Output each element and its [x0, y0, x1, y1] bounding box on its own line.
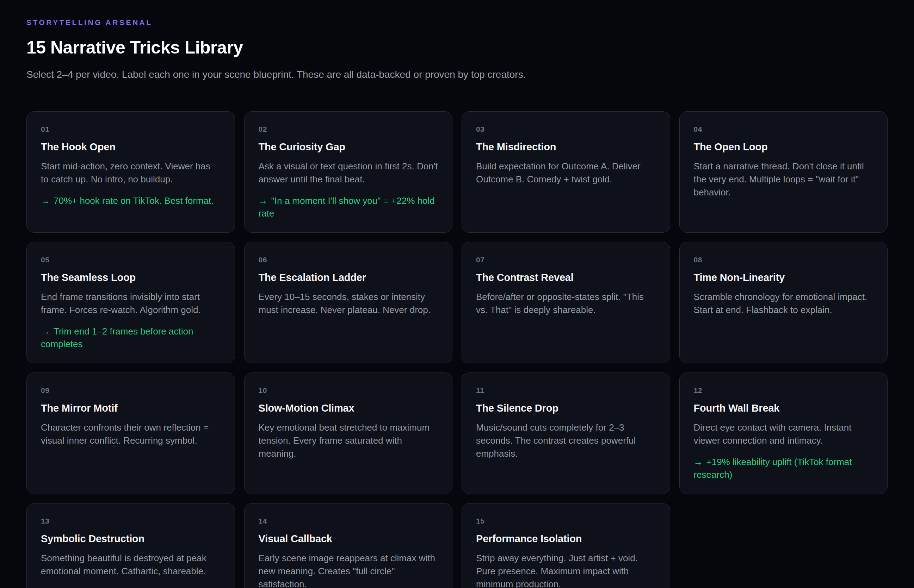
card-number: 14	[259, 517, 438, 525]
card-description: Start mid-action, zero context. Viewer h…	[41, 160, 220, 186]
card-note-text: Trim end 1–2 frames before action comple…	[41, 326, 193, 349]
page-header: STORYTELLING ARSENAL 15 Narrative Tricks…	[26, 18, 888, 83]
card-description: Ask a visual or text question in first 2…	[259, 160, 438, 186]
trick-card: 09 The Mirror Motif Character confronts …	[26, 373, 235, 494]
card-description: Direct eye contact with camera. Instant …	[694, 421, 873, 447]
trick-card: 03 The Misdirection Build expectation fo…	[462, 111, 670, 233]
card-note: →Trim end 1–2 frames before action compl…	[41, 325, 220, 351]
card-description: Key emotional beat stretched to maximum …	[259, 421, 438, 460]
card-description: Scramble chronology for emotional impact…	[694, 291, 873, 317]
card-number: 05	[41, 255, 220, 264]
card-title: The Hook Open	[41, 141, 220, 153]
card-title: The Misdirection	[476, 141, 656, 153]
page-title: 15 Narrative Tricks Library	[26, 37, 888, 58]
card-description: Strip away everything. Just artist + voi…	[476, 552, 656, 588]
card-description: End frame transitions invisibly into sta…	[41, 291, 220, 317]
card-note-text: +19% likeability uplift (TikTok format r…	[694, 457, 852, 480]
page-root: { "page": { "eyebrow": "STORYTELLING ARS…	[0, 0, 914, 588]
card-number: 10	[259, 386, 438, 395]
trick-card: 07 The Contrast Reveal Before/after or o…	[462, 242, 670, 363]
card-number: 13	[41, 517, 220, 525]
card-description: Early scene image reappears at climax wi…	[259, 552, 438, 588]
card-note: →"In a moment I'll show you" = +22% hold…	[259, 194, 438, 220]
card-note-text: "In a moment I'll show you" = +22% hold …	[259, 195, 435, 219]
trick-card: 13 Symbolic Destruction Something beauti…	[26, 503, 235, 588]
trick-card: 04 The Open Loop Start a narrative threa…	[679, 111, 888, 233]
card-number: 07	[476, 255, 656, 264]
trick-card: 08 Time Non-Linearity Scramble chronolog…	[679, 242, 888, 363]
card-title: The Escalation Ladder	[259, 272, 438, 283]
trick-card: 15 Performance Isolation Strip away ever…	[462, 503, 670, 588]
card-number: 08	[694, 255, 873, 264]
trick-card: 12 Fourth Wall Break Direct eye contact …	[679, 373, 888, 494]
card-note: →70%+ hook rate on TikTok. Best format.	[41, 194, 220, 207]
trick-card: 01 The Hook Open Start mid-action, zero …	[26, 111, 235, 233]
trick-card: 05 The Seamless Loop End frame transitio…	[26, 242, 235, 363]
card-title: The Contrast Reveal	[476, 272, 656, 283]
card-description: Start a narrative thread. Don't close it…	[694, 160, 873, 199]
trick-card: 10 Slow-Motion Climax Key emotional beat…	[244, 373, 453, 494]
arrow-right-icon: →	[41, 195, 50, 206]
card-title: The Mirror Motif	[41, 402, 220, 414]
trick-card: 02 The Curiosity Gap Ask a visual or tex…	[244, 111, 453, 233]
card-number: 15	[476, 517, 656, 525]
card-description: Build expectation for Outcome A. Deliver…	[476, 160, 656, 186]
card-number: 04	[694, 125, 873, 133]
card-title: Performance Isolation	[476, 533, 656, 545]
card-description: Character confronts their own reflection…	[41, 421, 220, 447]
card-number: 09	[41, 386, 220, 395]
card-title: The Seamless Loop	[41, 272, 220, 283]
card-number: 03	[476, 125, 656, 133]
card-description: Every 10–15 seconds, stakes or intensity…	[259, 291, 438, 317]
card-title: Fourth Wall Break	[694, 402, 873, 414]
card-note: →+19% likeability uplift (TikTok format …	[694, 456, 873, 481]
arrow-right-icon: →	[41, 326, 50, 337]
card-number: 11	[476, 386, 656, 395]
trick-card: 06 The Escalation Ladder Every 10–15 sec…	[244, 242, 453, 363]
card-title: Slow-Motion Climax	[259, 402, 438, 414]
card-description: Before/after or opposite-states split. "…	[476, 291, 656, 317]
card-number: 01	[41, 125, 220, 133]
card-title: Visual Callback	[259, 533, 438, 545]
card-title: The Silence Drop	[476, 402, 656, 414]
card-description: Music/sound cuts completely for 2–3 seco…	[476, 421, 656, 460]
card-description: Something beautiful is destroyed at peak…	[41, 552, 220, 578]
card-number: 12	[694, 386, 873, 395]
arrow-right-icon: →	[694, 457, 703, 467]
card-title: The Open Loop	[694, 141, 873, 153]
card-number: 02	[259, 125, 438, 133]
card-title: The Curiosity Gap	[259, 141, 438, 153]
trick-card: 14 Visual Callback Early scene image rea…	[244, 503, 453, 588]
card-title: Time Non-Linearity	[694, 272, 873, 283]
card-note-text: 70%+ hook rate on TikTok. Best format.	[53, 195, 214, 206]
cards-grid: 01 The Hook Open Start mid-action, zero …	[26, 111, 888, 588]
card-title: Symbolic Destruction	[41, 533, 220, 545]
page-subtitle: Select 2–4 per video. Label each one in …	[26, 66, 527, 83]
card-number: 06	[259, 255, 438, 264]
trick-card: 11 The Silence Drop Music/sound cuts com…	[462, 373, 670, 494]
eyebrow-label: STORYTELLING ARSENAL	[26, 18, 888, 27]
arrow-right-icon: →	[259, 195, 268, 206]
